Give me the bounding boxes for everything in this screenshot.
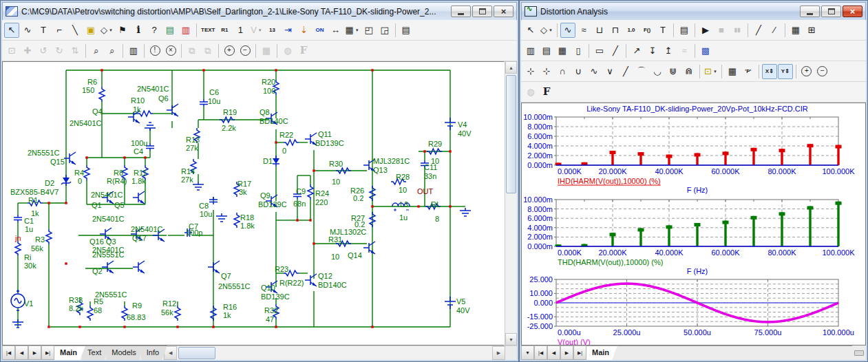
global-low-button[interactable]: ⋓: [666, 64, 681, 79]
horizontal-scrollbar[interactable]: ◀ ▶: [164, 345, 505, 360]
restore-button[interactable]: [472, 6, 492, 17]
plot-frame-button[interactable]: ▭: [592, 43, 607, 58]
zoom-in-button[interactable]: +: [222, 43, 237, 58]
split-window-button[interactable]: ◰: [361, 23, 377, 38]
component-panel-button[interactable]: ▥: [126, 43, 141, 58]
properties-button[interactable]: ▤: [399, 23, 414, 38]
tab-main[interactable]: Main: [54, 345, 85, 360]
zoom-out-button[interactable]: −: [815, 64, 830, 79]
minor-gridlines-button[interactable]: ▯: [571, 43, 586, 58]
ortho-wire-mode-button[interactable]: ⌐: [52, 23, 67, 38]
line-mode-button[interactable]: ╲: [67, 23, 83, 38]
polyline-mode-button[interactable]: ∕: [767, 23, 782, 38]
show-power-button[interactable]: ⇣: [296, 23, 311, 38]
region-disable-button[interactable]: ▥: [178, 23, 193, 38]
p-key-button[interactable]: 'P': [741, 64, 756, 79]
schematic-canvas[interactable]: R6150R101kQ62N5401CQ42N5401CC610uR20100R…: [2, 61, 505, 345]
go-to-inflection-button[interactable]: ╱: [618, 64, 633, 79]
show-grid-text-button[interactable]: TEXT: [200, 23, 216, 38]
last-page-button[interactable]: ▶|: [573, 345, 586, 360]
last-page-button[interactable]: ▶|: [41, 345, 54, 360]
round-bottom-button[interactable]: ◡: [650, 64, 665, 79]
show-node-numbers-button[interactable]: 1: [233, 23, 248, 38]
grid-dots-button[interactable]: ▦▼: [343, 23, 360, 38]
scope-options-button[interactable]: ▩: [698, 43, 713, 58]
go-to-high-button[interactable]: ∿: [586, 64, 602, 79]
data-points-grid-button[interactable]: ▦: [788, 23, 803, 38]
go-to-low-button[interactable]: ∨: [602, 64, 617, 79]
wire-mode-button[interactable]: ∿: [20, 23, 35, 38]
zoom-out-button[interactable]: −: [237, 43, 253, 58]
both-cursor-button[interactable]: ↥: [661, 43, 676, 58]
align-x-scales-button[interactable]: X⇕: [762, 64, 777, 79]
plot-area[interactable]: 0.000m2.000m4.000m6.000m8.000m10.000m0.0…: [521, 103, 866, 345]
select-region-button[interactable]: ◲: [377, 23, 392, 38]
analysis-titlebar[interactable]: Distortion Analysis ×: [521, 2, 866, 20]
vertical-scroll-thumb[interactable]: [506, 75, 516, 193]
horizontal-scroll-track[interactable]: [177, 346, 492, 360]
go-to-peak-button[interactable]: ∩: [555, 64, 570, 79]
numeric-output-button[interactable]: ▦: [725, 64, 740, 79]
performance-tag-mode-button[interactable]: F(): [639, 23, 655, 38]
node-snap-button[interactable]: ↔: [328, 23, 343, 38]
horizontal-gridlines-button[interactable]: ▤: [539, 43, 554, 58]
run-button[interactable]: ▶: [698, 23, 713, 38]
find-wave-button[interactable]: ⌕: [89, 43, 104, 58]
next-page-button[interactable]: ▶: [560, 345, 573, 360]
monte-carlo-dice-button[interactable]: ⊡▼: [703, 64, 719, 79]
show-current-direction-button[interactable]: ⇥: [280, 23, 295, 38]
binoculars-find-button[interactable]: ⌕: [105, 43, 120, 58]
clear-overlays-button[interactable]: ×: [163, 43, 178, 58]
info-mode-button[interactable]: i: [131, 23, 146, 38]
horizontal-scroll-thumb[interactable]: [178, 347, 215, 359]
first-page-button[interactable]: |◀: [534, 345, 547, 360]
zoom-in-button[interactable]: +: [799, 64, 814, 79]
select-mode-button[interactable]: ↖: [4, 23, 19, 38]
tangent-cursor-button[interactable]: ↗: [629, 43, 644, 58]
vertical-gridlines-button[interactable]: ▥: [523, 43, 538, 58]
font-button[interactable]: F: [539, 85, 554, 100]
shape-mode-button[interactable]: ◇▼: [99, 23, 114, 38]
next-page-button[interactable]: ▶: [28, 345, 41, 360]
close-button[interactable]: ×: [494, 6, 514, 17]
prev-page-button[interactable]: ◀: [15, 345, 28, 360]
vertical-scrollbar[interactable]: ▲ ▼: [505, 61, 517, 345]
horizontal-tag-mode-button[interactable]: ⊓: [608, 23, 623, 38]
show-pin-currents-button[interactable]: 13: [264, 23, 279, 38]
restore-button[interactable]: [821, 6, 841, 17]
properties-button[interactable]: ▤: [677, 23, 692, 38]
vertical-scroll-track[interactable]: [505, 74, 517, 333]
both-gridlines-button[interactable]: ▦: [555, 43, 570, 58]
show-device-state-button[interactable]: ON: [312, 23, 327, 38]
tab-models[interactable]: Models: [106, 345, 144, 360]
scroll-right-button[interactable]: ▶: [492, 346, 505, 360]
minimize-button[interactable]: [800, 6, 820, 17]
region-enable-button[interactable]: ▤: [162, 23, 178, 38]
align-y-scales-button[interactable]: Y⇕: [778, 64, 793, 79]
panel-dropdown-button[interactable]: ▼: [521, 345, 534, 360]
tab-main[interactable]: Main: [586, 345, 617, 360]
global-high-button[interactable]: ⋒: [681, 64, 697, 79]
text-mode-button[interactable]: T: [655, 23, 670, 38]
flag-mode-button[interactable]: ⚑: [115, 23, 130, 38]
resize-grip[interactable]: [852, 345, 866, 360]
cursor-step-right-button[interactable]: ⊹: [539, 64, 554, 79]
scale-mode-button[interactable]: ∿: [560, 23, 575, 38]
ruler-grid-button[interactable]: ⊞: [804, 23, 819, 38]
prev-page-button[interactable]: ◀: [547, 345, 560, 360]
graphics-mode-button[interactable]: ◇▼: [539, 23, 554, 38]
slope-cursor-button[interactable]: ╱: [608, 43, 623, 58]
cursor-mode-button[interactable]: ≈: [576, 23, 591, 38]
point-tag-mode-button[interactable]: ⊔: [592, 23, 607, 38]
vertical-tag-mode-button[interactable]: 1.0: [624, 23, 639, 38]
text-mode-button[interactable]: T: [36, 23, 51, 38]
scroll-down-button[interactable]: ▼: [505, 333, 517, 345]
round-top-button[interactable]: ⌒: [634, 64, 649, 79]
minimize-button[interactable]: [451, 6, 471, 17]
line-mode-button[interactable]: ╱: [751, 23, 766, 38]
first-page-button[interactable]: |◀: [2, 345, 15, 360]
schematic-titlebar[interactable]: C:\MC9\DATA\Petrov\switching distortion\…: [2, 2, 517, 20]
go-to-valley-button[interactable]: ∪: [571, 64, 586, 79]
help-mode-button[interactable]: ?: [147, 23, 162, 38]
select-mode-button[interactable]: ↖: [523, 23, 538, 38]
